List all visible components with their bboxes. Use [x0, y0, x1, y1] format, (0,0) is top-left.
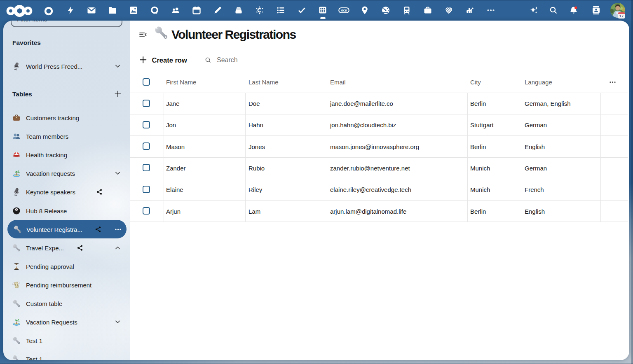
svg-text:ocs: ocs: [341, 9, 347, 12]
svg-text:8: 8: [16, 208, 17, 210]
